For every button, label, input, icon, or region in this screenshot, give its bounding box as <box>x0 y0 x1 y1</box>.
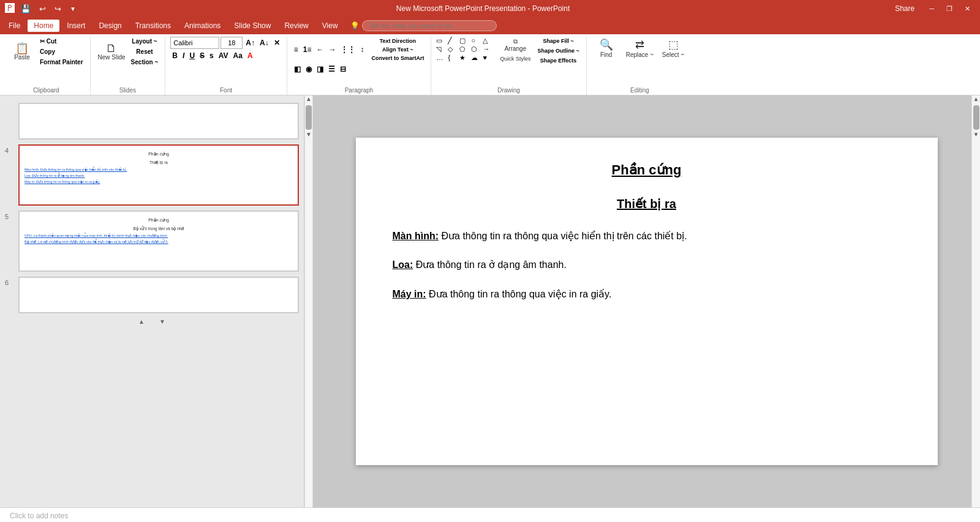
text-direction-button[interactable]: Text Direction <box>369 37 426 45</box>
click-to-add-notes[interactable]: Click to add notes <box>10 512 68 520</box>
copy-button[interactable]: Copy <box>38 47 85 56</box>
panel-scroll-up[interactable]: ▲ <box>304 95 313 104</box>
brace-shape[interactable]: { <box>448 54 459 62</box>
align-text-button[interactable]: Align Text ~ <box>369 45 426 54</box>
font-name-input[interactable] <box>170 37 219 49</box>
clear-formatting-button[interactable]: ✕ <box>272 37 282 48</box>
align-left-button[interactable]: ◧ <box>292 64 303 75</box>
heart-shape[interactable]: ♥ <box>483 54 494 62</box>
slide-panel[interactable]: 4 Phần cứng Thiết bị ra Màn hình: Đưa th… <box>0 95 304 507</box>
shape-effects-button[interactable]: Shape Effects <box>535 56 581 65</box>
menu-insert[interactable]: Insert <box>61 20 91 32</box>
slide-item1-label: Màn hình: <box>393 231 439 241</box>
right-triangle-shape[interactable]: ◹ <box>436 45 447 53</box>
paste-button[interactable]: 📋 Paste <box>7 42 37 62</box>
menu-slideshow[interactable]: Slide Show <box>228 20 277 32</box>
cloud-shape[interactable]: ☁ <box>471 54 482 62</box>
slide-thumb-3[interactable] <box>18 103 299 140</box>
underline-button[interactable]: U <box>187 50 197 61</box>
slide-thumb-6[interactable] <box>18 277 299 313</box>
distribute-button[interactable]: ⊟ <box>338 64 348 75</box>
menu-file[interactable]: File <box>2 20 26 32</box>
slide-thumb-container-4: 4 Phần cứng Thiết bị ra Màn hình: Đưa th… <box>0 142 304 208</box>
quick-styles-button[interactable]: Quick Styles <box>497 54 533 63</box>
line-shape[interactable]: ╱ <box>448 37 459 45</box>
arrange-button[interactable]: ⧉ Arrange <box>497 37 533 53</box>
shape-fill-button[interactable]: Shape Fill ~ <box>535 37 581 45</box>
font-size-input[interactable] <box>221 37 243 49</box>
convert-smartart-button[interactable]: Convert to SmartArt <box>369 54 426 62</box>
pentagon-shape[interactable]: ⬠ <box>459 45 470 53</box>
font-color-button[interactable]: A <box>246 50 255 61</box>
editor-scroll-up[interactable]: ▲ <box>972 95 981 104</box>
menu-view[interactable]: View <box>316 20 344 32</box>
numbering-button[interactable]: 1≡ <box>301 44 314 55</box>
strikethrough-button[interactable]: S <box>198 50 206 61</box>
layout-button[interactable]: Layout ~ <box>129 37 160 46</box>
scroll-up-arrow[interactable]: ▲ <box>137 318 146 327</box>
increase-font-size-button[interactable]: A↑ <box>244 37 257 48</box>
change-case-button[interactable]: Aa <box>232 50 244 61</box>
select-button[interactable]: ⬚ Select ~ <box>658 37 688 59</box>
reset-button[interactable]: Reset <box>129 47 160 56</box>
decrease-font-size-button[interactable]: A↓ <box>258 37 271 48</box>
slide-item2-label: Loa: <box>393 259 413 270</box>
ellipse-shape[interactable]: ○ <box>471 37 482 45</box>
menu-transitions[interactable]: Transitions <box>129 20 177 32</box>
columns-button[interactable]: ⋮⋮ <box>339 44 357 55</box>
spacing-button[interactable]: AV <box>217 50 230 61</box>
rect-shape[interactable]: ▭ <box>436 37 447 45</box>
panel-scrollbar[interactable]: ▲ ▼ <box>304 95 313 507</box>
editor-scrollbar[interactable]: ▲ ▼ <box>971 95 980 507</box>
shadow-button[interactable]: s <box>208 50 216 61</box>
find-button[interactable]: 🔍 Find <box>592 37 621 59</box>
undo-icon[interactable]: ↩ <box>37 3 48 15</box>
slide-thumb-5[interactable]: Phần cứng Bộ xử lí trung tâm và bộ nhớ C… <box>18 211 299 272</box>
italic-button[interactable]: I <box>181 50 186 61</box>
new-slide-button[interactable]: 🗋 New Slide <box>96 42 128 62</box>
menu-animations[interactable]: Animations <box>178 20 227 32</box>
editor-scroll-thumb[interactable] <box>973 105 979 130</box>
align-right-button[interactable]: ◨ <box>315 64 325 75</box>
rounded-rect-shape[interactable]: ▢ <box>459 37 470 45</box>
format-painter-button[interactable]: Format Painter <box>38 58 85 67</box>
menu-design[interactable]: Design <box>92 20 127 32</box>
justify-button[interactable]: ☰ <box>326 64 337 75</box>
bullets-button[interactable]: ≡ <box>292 44 300 55</box>
panel-scroll-thumb[interactable] <box>306 105 312 130</box>
isosceles-triangle-shape[interactable]: △ <box>483 37 494 45</box>
customize-qat-icon[interactable]: ▼ <box>67 4 78 13</box>
editor-scroll-down[interactable]: ▼ <box>972 131 981 140</box>
replace-button[interactable]: ⇄ Replace ~ <box>624 37 656 59</box>
restore-button[interactable]: ❐ <box>941 4 957 14</box>
slide-canvas[interactable]: Phần cứng Thiết bị ra Màn hình: Đưa thôn… <box>356 138 938 465</box>
cut-button[interactable]: ✂ Cut <box>38 37 85 46</box>
arrow-shape[interactable]: → <box>483 45 494 53</box>
slide-editor[interactable]: Phần cứng Thiết bị ra Màn hình: Đưa thôn… <box>313 95 980 507</box>
slide4-thumb-item1: Màn hình: Đưa thông tin ra thông qua việ… <box>24 168 293 172</box>
save-icon[interactable]: 💾 <box>18 3 33 15</box>
panel-scroll-down[interactable]: ▼ <box>304 131 313 140</box>
hexagon-shape[interactable]: ⬡ <box>471 45 482 53</box>
share-button[interactable]: Share <box>888 2 922 15</box>
slide-thumb-container-3 <box>0 100 304 142</box>
minimize-button[interactable]: ─ <box>924 4 939 13</box>
bold-button[interactable]: B <box>170 50 179 61</box>
slide4-thumb-title: Phần cứng <box>24 152 293 157</box>
increase-indent-button[interactable]: → <box>326 44 337 55</box>
menu-home[interactable]: Home <box>28 20 59 32</box>
tell-me-input[interactable] <box>362 20 497 31</box>
redo-icon[interactable]: ↪ <box>52 3 64 15</box>
shape-outline-button[interactable]: Shape Outline ~ <box>535 47 581 55</box>
slide-thumb-4[interactable]: Phần cứng Thiết bị ra Màn hình: Đưa thôn… <box>18 144 299 206</box>
align-center-button[interactable]: ◉ <box>304 64 314 75</box>
star-shape[interactable]: ★ <box>459 54 470 62</box>
diamond-shape[interactable]: ◇ <box>448 45 459 53</box>
decrease-indent-button[interactable]: ← <box>314 44 325 55</box>
scroll-down-arrow[interactable]: ▼ <box>158 318 167 327</box>
section-button[interactable]: Section ~ <box>129 58 160 67</box>
shapes-more[interactable]: … <box>436 54 447 62</box>
menu-review[interactable]: Review <box>278 20 314 32</box>
close-button[interactable]: ✕ <box>960 4 975 14</box>
line-spacing-button[interactable]: ↕ <box>358 44 366 55</box>
